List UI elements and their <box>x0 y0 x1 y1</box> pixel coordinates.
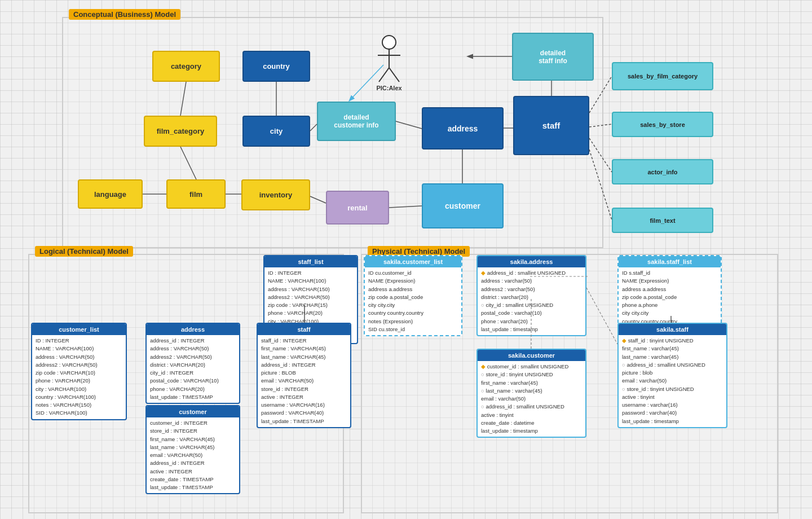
table-address-logical-header: address <box>147 324 239 335</box>
table-customer-list[interactable]: customer_list ID : INTEGER NAME : VARCHA… <box>31 323 127 420</box>
entity-inventory[interactable]: inventory <box>241 179 310 210</box>
table-sakila-customer-list[interactable]: sakila.customer_list ID cu.customer_id N… <box>364 255 462 336</box>
table-sakila-address-header: sakila.address <box>478 256 585 267</box>
table-customer-list-header: customer_list <box>32 324 126 335</box>
svg-point-0 <box>382 36 396 49</box>
canvas: Conceptual (Business) Model Logical (Tec… <box>0 0 812 519</box>
conceptual-label: Conceptual (Business) Model <box>69 9 180 20</box>
table-sakila-customer-header: sakila.customer <box>478 350 585 361</box>
stick-figure: PIC:Alex <box>372 34 406 91</box>
table-customer-list-body: ID : INTEGER NAME : VARCHAR(100) address… <box>32 335 126 419</box>
svg-line-3 <box>379 68 389 82</box>
table-sakila-staff[interactable]: sakila.staff ◆ staff_id : tinyint UNSIGN… <box>617 323 727 428</box>
table-sakila-customer-list-body: ID cu.customer_id NAME (Expression) addr… <box>365 267 461 335</box>
table-sakila-staff-list-header: sakila.staff_list <box>619 256 721 267</box>
entity-detailed-customer[interactable]: detailed customer info <box>317 102 396 141</box>
table-staff-logical-header: staff <box>258 324 350 335</box>
view-sales-by-film-category[interactable]: sales_by_film_category <box>612 62 713 90</box>
logical-label: Logical (Technical) Model <box>35 246 133 257</box>
table-sakila-address[interactable]: sakila.address ◆ address_id : smallint U… <box>476 255 586 336</box>
view-actor-info[interactable]: actor_info <box>612 159 713 184</box>
entity-category[interactable]: category <box>152 51 220 82</box>
table-customer-logical-header: customer <box>147 406 239 417</box>
table-sakila-customer[interactable]: sakila.customer ◆ customer_id : smallint… <box>476 349 586 438</box>
table-customer-logical-body: customer_id : INTEGER store_id : INTEGER… <box>147 417 239 493</box>
table-customer-logical[interactable]: customer customer_id : INTEGER store_id … <box>145 405 240 494</box>
entity-detailed-staff[interactable]: detailed staff info <box>512 33 594 81</box>
table-staff-logical-body: staff_id : INTEGER first_name : VARCHAR(… <box>258 335 350 427</box>
table-sakila-customer-list-header: sakila.customer_list <box>365 256 461 267</box>
entity-staff[interactable]: staff <box>513 96 589 155</box>
entity-country[interactable]: country <box>242 51 310 82</box>
table-sakila-staff-header: sakila.staff <box>619 324 726 335</box>
entity-city[interactable]: city <box>242 116 310 147</box>
table-staff-logical[interactable]: staff staff_id : INTEGER first_name : VA… <box>257 323 351 428</box>
view-sales-by-store[interactable]: sales_by_store <box>612 112 713 137</box>
table-sakila-customer-body: ◆ customer_id : smallint UNSIGNED ○ stor… <box>478 361 585 437</box>
table-sakila-address-body: ◆ address_id : smallint UNSIGNED address… <box>478 267 585 335</box>
table-address-logical[interactable]: address address_id : INTEGER address : V… <box>145 323 240 404</box>
entity-customer[interactable]: customer <box>422 183 504 228</box>
table-sakila-staff-body: ◆ staff_id : tinyint UNSIGNED first_name… <box>619 335 726 427</box>
table-address-logical-body: address_id : INTEGER address : VARCHAR(5… <box>147 335 239 403</box>
entity-address[interactable]: address <box>422 107 504 149</box>
stick-figure-label: PIC:Alex <box>376 85 401 91</box>
table-staff-list-header: staff_list <box>264 256 357 267</box>
entity-language[interactable]: language <box>78 179 143 209</box>
entity-film-category[interactable]: film_category <box>144 116 217 147</box>
view-film-text[interactable]: film_text <box>612 208 713 233</box>
svg-line-4 <box>389 68 399 82</box>
entity-rental[interactable]: rental <box>326 191 389 225</box>
entity-film[interactable]: film <box>166 179 226 209</box>
